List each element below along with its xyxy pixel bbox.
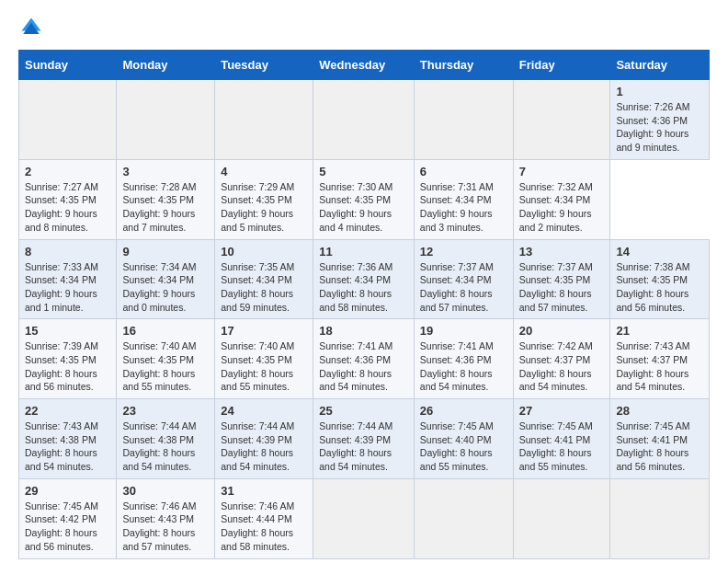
cell-text: Sunrise: 7:43 AMSunset: 4:38 PMDaylight:… — [25, 420, 98, 472]
cell-text: Sunrise: 7:37 AMSunset: 4:34 PMDaylight:… — [420, 261, 494, 313]
cell-text: Sunrise: 7:46 AMSunset: 4:43 PMDaylight:… — [122, 500, 196, 552]
cell-text: Sunrise: 7:44 AMSunset: 4:38 PMDaylight:… — [122, 420, 196, 472]
day-number: 6 — [420, 165, 507, 178]
column-header-thursday: Thursday — [414, 51, 513, 80]
day-number: 24 — [221, 404, 307, 418]
calendar-cell — [414, 80, 513, 160]
day-number: 9 — [122, 245, 209, 259]
cell-text: Sunrise: 7:37 AMSunset: 4:35 PMDaylight:… — [519, 261, 593, 313]
cell-text: Sunrise: 7:42 AMSunset: 4:37 PMDaylight:… — [519, 340, 593, 392]
day-number: 26 — [420, 404, 507, 418]
cell-text: Sunrise: 7:31 AMSunset: 4:34 PMDaylight:… — [420, 181, 494, 233]
day-number: 7 — [519, 165, 605, 178]
calendar-cell — [610, 478, 710, 558]
calendar-cell — [414, 478, 513, 558]
calendar-cell: 13Sunrise: 7:37 AMSunset: 4:35 PMDayligh… — [513, 239, 610, 319]
calendar-cell: 31Sunrise: 7:46 AMSunset: 4:44 PMDayligh… — [215, 478, 313, 558]
calendar-cell: 30Sunrise: 7:46 AMSunset: 4:43 PMDayligh… — [117, 478, 215, 558]
column-header-tuesday: Tuesday — [215, 51, 313, 80]
calendar-cell: 29Sunrise: 7:45 AMSunset: 4:42 PMDayligh… — [19, 478, 117, 558]
day-number: 11 — [319, 245, 408, 259]
cell-text: Sunrise: 7:46 AMSunset: 4:44 PMDaylight:… — [221, 500, 294, 552]
column-header-saturday: Saturday — [610, 51, 710, 80]
calendar-cell: 25Sunrise: 7:44 AMSunset: 4:39 PMDayligh… — [313, 399, 415, 479]
calendar-cell — [513, 478, 610, 558]
calendar-cell — [19, 80, 117, 160]
calendar-week-row: 2Sunrise: 7:27 AMSunset: 4:35 PMDaylight… — [19, 159, 710, 239]
day-number: 4 — [221, 165, 307, 178]
day-number: 16 — [122, 324, 209, 338]
calendar-cell — [313, 80, 415, 160]
calendar-cell: 24Sunrise: 7:44 AMSunset: 4:39 PMDayligh… — [215, 399, 313, 479]
calendar-week-row: 8Sunrise: 7:33 AMSunset: 4:34 PMDaylight… — [19, 239, 710, 319]
day-number: 2 — [25, 165, 110, 178]
day-number: 22 — [25, 404, 110, 418]
calendar-cell: 27Sunrise: 7:45 AMSunset: 4:41 PMDayligh… — [513, 399, 610, 479]
cell-text: Sunrise: 7:28 AMSunset: 4:35 PMDaylight:… — [122, 181, 196, 233]
calendar-cell: 9Sunrise: 7:34 AMSunset: 4:34 PMDaylight… — [117, 239, 215, 319]
calendar-cell: 1Sunrise: 7:26 AMSunset: 4:36 PMDaylight… — [610, 80, 710, 160]
column-header-sunday: Sunday — [19, 51, 117, 80]
cell-text: Sunrise: 7:45 AMSunset: 4:41 PMDaylight:… — [616, 420, 689, 472]
cell-text: Sunrise: 7:35 AMSunset: 4:34 PMDaylight:… — [221, 261, 294, 313]
cell-text: Sunrise: 7:39 AMSunset: 4:35 PMDaylight:… — [25, 340, 98, 392]
calendar-cell: 12Sunrise: 7:37 AMSunset: 4:34 PMDayligh… — [414, 239, 513, 319]
cell-text: Sunrise: 7:34 AMSunset: 4:34 PMDaylight:… — [122, 261, 196, 313]
calendar-cell: 26Sunrise: 7:45 AMSunset: 4:40 PMDayligh… — [414, 399, 513, 479]
day-number: 8 — [25, 245, 110, 259]
cell-text: Sunrise: 7:41 AMSunset: 4:36 PMDaylight:… — [319, 340, 392, 392]
day-number: 5 — [319, 165, 408, 178]
calendar-cell: 11Sunrise: 7:36 AMSunset: 4:34 PMDayligh… — [313, 239, 415, 319]
day-number: 23 — [122, 404, 209, 418]
calendar-cell: 3Sunrise: 7:28 AMSunset: 4:35 PMDaylight… — [117, 159, 215, 239]
day-number: 28 — [616, 404, 703, 418]
cell-text: Sunrise: 7:32 AMSunset: 4:34 PMDaylight:… — [519, 181, 593, 233]
day-number: 27 — [519, 404, 605, 418]
calendar-cell — [513, 80, 610, 160]
cell-text: Sunrise: 7:38 AMSunset: 4:35 PMDaylight:… — [616, 261, 689, 313]
calendar-cell — [313, 478, 415, 558]
day-number: 29 — [25, 484, 110, 498]
day-number: 19 — [420, 324, 507, 338]
cell-text: Sunrise: 7:33 AMSunset: 4:34 PMDaylight:… — [25, 261, 98, 313]
calendar-cell: 17Sunrise: 7:40 AMSunset: 4:35 PMDayligh… — [215, 319, 313, 399]
cell-text: Sunrise: 7:45 AMSunset: 4:41 PMDaylight:… — [519, 420, 593, 472]
day-number: 10 — [221, 245, 307, 259]
day-number: 30 — [122, 484, 209, 498]
calendar-cell: 14Sunrise: 7:38 AMSunset: 4:35 PMDayligh… — [610, 239, 710, 319]
logo — [18, 15, 48, 40]
calendar-cell: 8Sunrise: 7:33 AMSunset: 4:34 PMDaylight… — [19, 239, 117, 319]
cell-text: Sunrise: 7:40 AMSunset: 4:35 PMDaylight:… — [221, 340, 294, 392]
day-number: 13 — [519, 245, 605, 259]
calendar-week-row: 22Sunrise: 7:43 AMSunset: 4:38 PMDayligh… — [19, 399, 710, 479]
calendar-cell: 6Sunrise: 7:31 AMSunset: 4:34 PMDaylight… — [414, 159, 513, 239]
cell-text: Sunrise: 7:44 AMSunset: 4:39 PMDaylight:… — [221, 420, 294, 472]
calendar-week-row: 15Sunrise: 7:39 AMSunset: 4:35 PMDayligh… — [19, 319, 710, 399]
calendar-cell — [215, 80, 313, 160]
day-number: 20 — [519, 324, 605, 338]
calendar-cell: 22Sunrise: 7:43 AMSunset: 4:38 PMDayligh… — [19, 399, 117, 479]
calendar-cell: 18Sunrise: 7:41 AMSunset: 4:36 PMDayligh… — [313, 319, 415, 399]
calendar-header-row: SundayMondayTuesdayWednesdayThursdayFrid… — [19, 51, 710, 80]
day-number: 3 — [122, 165, 209, 178]
logo-icon — [18, 15, 44, 40]
calendar-cell — [117, 80, 215, 160]
day-number: 18 — [319, 324, 408, 338]
calendar-cell: 19Sunrise: 7:41 AMSunset: 4:36 PMDayligh… — [414, 319, 513, 399]
calendar-cell: 28Sunrise: 7:45 AMSunset: 4:41 PMDayligh… — [610, 399, 710, 479]
cell-text: Sunrise: 7:27 AMSunset: 4:35 PMDaylight:… — [25, 181, 98, 233]
calendar-cell: 4Sunrise: 7:29 AMSunset: 4:35 PMDaylight… — [215, 159, 313, 239]
calendar-cell: 21Sunrise: 7:43 AMSunset: 4:37 PMDayligh… — [610, 319, 710, 399]
cell-text: Sunrise: 7:26 AMSunset: 4:36 PMDaylight:… — [616, 101, 689, 153]
day-number: 15 — [25, 324, 110, 338]
calendar-cell: 10Sunrise: 7:35 AMSunset: 4:34 PMDayligh… — [215, 239, 313, 319]
column-header-wednesday: Wednesday — [313, 51, 415, 80]
day-number: 31 — [221, 484, 307, 498]
calendar-table: SundayMondayTuesdayWednesdayThursdayFrid… — [18, 50, 710, 559]
cell-text: Sunrise: 7:29 AMSunset: 4:35 PMDaylight:… — [221, 181, 294, 233]
day-number: 25 — [319, 404, 408, 418]
cell-text: Sunrise: 7:45 AMSunset: 4:42 PMDaylight:… — [25, 500, 98, 552]
cell-text: Sunrise: 7:43 AMSunset: 4:37 PMDaylight:… — [616, 340, 689, 392]
calendar-cell: 7Sunrise: 7:32 AMSunset: 4:34 PMDaylight… — [513, 159, 610, 239]
calendar-week-row: 1Sunrise: 7:26 AMSunset: 4:36 PMDaylight… — [19, 80, 710, 160]
